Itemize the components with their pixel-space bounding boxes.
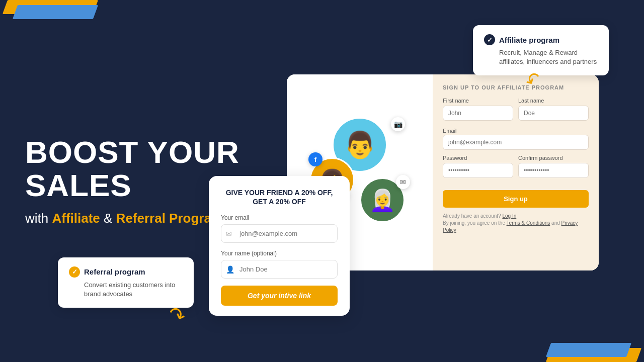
- password-row: Password Confirm password: [443, 155, 589, 178]
- already-account-text: Already have an account?: [443, 213, 501, 219]
- mail-icon: ✉: [396, 175, 410, 189]
- signup-form-title: SIGN UP TO OUR AFFILIATE PROGRAM: [443, 84, 589, 90]
- corner-decoration-top-left: [0, 0, 111, 20]
- facebook-icon: f: [308, 152, 323, 166]
- last-name-group: Last name: [518, 98, 589, 121]
- first-name-input[interactable]: [443, 106, 513, 121]
- confirm-password-label: Confirm password: [518, 155, 589, 161]
- signup-footer: Already have an account? Log In By joini…: [443, 213, 589, 234]
- confirm-password-input[interactable]: [518, 163, 589, 178]
- sub-heading-middle: &: [100, 211, 116, 226]
- email-group: Email: [443, 126, 589, 150]
- referral-check-icon: ✓: [69, 266, 80, 278]
- referral-card-title-row: ✓ Referral program: [69, 266, 183, 278]
- terms-prefix: By joining, you agree on the: [443, 220, 505, 226]
- confirm-password-group: Confirm password: [518, 155, 589, 178]
- email-label: Email: [443, 128, 457, 134]
- password-label: Password: [443, 155, 513, 161]
- terms-link[interactable]: Terms & Conditions: [507, 220, 550, 226]
- affiliate-card-title: Affiliate program: [499, 36, 559, 44]
- affiliate-card-title-row: ✓ Affiliate program: [484, 34, 598, 45]
- email-input-icon: ✉: [226, 230, 232, 238]
- and-text: and: [551, 220, 560, 226]
- name-row: First name Last name: [443, 98, 589, 121]
- popup-name-input[interactable]: [221, 260, 338, 279]
- signup-form: SIGN UP TO OUR AFFILIATE PROGRAM First n…: [433, 74, 599, 270]
- corner-decoration-bottom-right: [533, 342, 644, 362]
- referral-popup: GIVE YOUR FRIEND A 20% OFF, GET A 20% OF…: [209, 176, 350, 316]
- referral-card-description: Convert existing customers into brand ad…: [84, 281, 183, 299]
- last-name-label: Last name: [518, 98, 589, 104]
- popup-email-input[interactable]: [221, 224, 338, 243]
- affiliate-check-icon: ✓: [484, 34, 495, 45]
- popup-email-wrapper: ✉: [221, 224, 338, 243]
- password-group: Password: [443, 155, 513, 178]
- instagram-icon: 📷: [391, 117, 405, 131]
- sub-heading-prefix: with: [25, 211, 52, 226]
- last-name-input[interactable]: [518, 106, 589, 121]
- popup-name-wrapper: 👤: [221, 260, 338, 279]
- login-link[interactable]: Log In: [502, 213, 516, 219]
- referral-popup-title: GIVE YOUR FRIEND A 20% OFF, GET A 20% OF…: [221, 188, 338, 206]
- email-input[interactable]: [443, 135, 589, 150]
- password-input[interactable]: [443, 163, 513, 178]
- affiliate-info-card: ✓ Affiliate program Recruit, Manage & Re…: [473, 25, 609, 75]
- person-input-icon: 👤: [226, 265, 234, 274]
- first-name-label: First name: [443, 98, 513, 104]
- referral-info-card: ✓ Referral program Convert existing cust…: [58, 257, 194, 308]
- referral-card-title: Referral program: [84, 267, 145, 276]
- signup-button[interactable]: Sign up: [443, 190, 589, 208]
- affiliate-highlight: Affiliate: [52, 211, 100, 226]
- popup-email-label: Your email: [221, 214, 338, 221]
- affiliate-card-description: Recruit, Manage & Reward affiliates, inf…: [499, 48, 598, 66]
- referral-submit-button[interactable]: Get your intive link: [221, 286, 338, 306]
- first-name-group: First name: [443, 98, 513, 121]
- popup-name-label: Your name (optional): [221, 250, 338, 257]
